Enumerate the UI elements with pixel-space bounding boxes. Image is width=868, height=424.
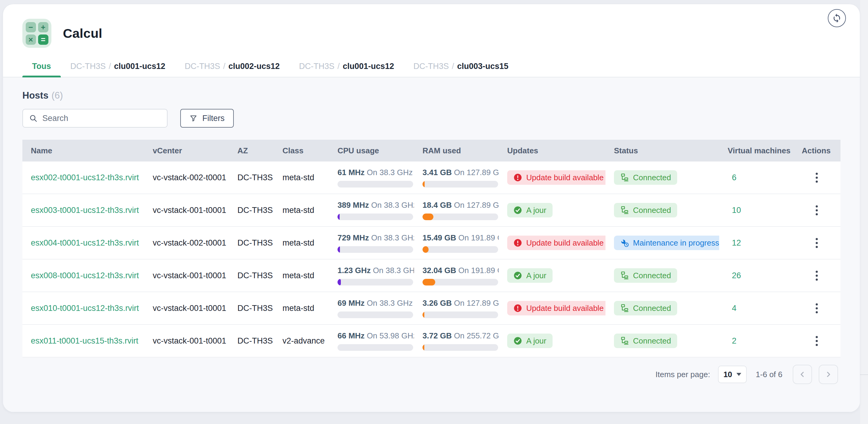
- az-cell: DC-TH3S: [229, 206, 274, 215]
- vm-count-link[interactable]: 26: [728, 271, 741, 280]
- row-actions-menu-button[interactable]: [813, 333, 821, 349]
- class-cell: meta-std: [274, 173, 329, 182]
- column-header-cpu: CPU usage: [329, 146, 414, 155]
- class-cell: v2-advance: [274, 336, 329, 346]
- ram-used: 3.72 GB: [423, 331, 452, 340]
- row-actions-menu-button[interactable]: [813, 300, 821, 316]
- search-box: [22, 109, 167, 128]
- tab-cluster-name: clu002-ucs12: [228, 62, 280, 71]
- column-header-class: Class: [274, 146, 329, 155]
- ram-total: On 127.89 GB: [454, 299, 499, 308]
- tab-clu001-ucs12-b[interactable]: DC-TH3S / clu001-ucs12: [289, 56, 404, 77]
- chevron-left-icon: [798, 370, 807, 378]
- az-cell: DC-TH3S: [229, 336, 274, 346]
- class-cell: meta-std: [274, 271, 329, 280]
- equals-tile-icon: =: [38, 34, 49, 45]
- az-cell: DC-TH3S: [229, 271, 274, 280]
- cpu-used: 69 MHz: [338, 299, 365, 308]
- connection-status-label: Connected: [633, 173, 671, 182]
- tab-label: Tous: [32, 62, 51, 71]
- column-header-az: AZ: [229, 146, 274, 155]
- row-actions-menu-button[interactable]: [813, 170, 821, 186]
- check-circle-icon: [513, 271, 522, 280]
- next-page-button[interactable]: [819, 365, 838, 384]
- vm-count-link[interactable]: 10: [728, 206, 741, 215]
- tab-dc-prefix: DC-TH3S: [413, 62, 449, 71]
- tab-clu002-ucs12[interactable]: DC-TH3S / clu002-ucs12: [175, 56, 289, 77]
- connection-status-badge: Connected: [614, 203, 677, 217]
- cpu-usage-cell: 1.23 GHz On 38.3 GHz: [329, 266, 414, 285]
- ram-used: 18.4 GB: [423, 201, 452, 210]
- ram-used-cell: 15.49 GB On 191.89 GB: [414, 233, 499, 253]
- cpu-progress-fill: [338, 213, 340, 220]
- previous-page-button[interactable]: [793, 365, 812, 384]
- filter-funnel-icon: [189, 114, 197, 122]
- maintenance-status-label: Maintenance in progress: [633, 238, 719, 248]
- host-link[interactable]: esx004-t0001-ucs12-th3s.rvirt: [31, 238, 139, 247]
- vm-count-link[interactable]: 2: [728, 336, 737, 346]
- plus-tile-icon: +: [38, 22, 49, 32]
- ram-total: On 191.89 GB: [459, 266, 499, 275]
- vm-count-link[interactable]: 12: [728, 238, 741, 248]
- table-row: esx011-t0001-ucs15-th3s.rvirt vc-vstack-…: [22, 325, 840, 358]
- ram-used-cell: 3.41 GB On 127.89 GB: [414, 168, 499, 187]
- connected-hosts-icon: [620, 271, 629, 280]
- cpu-used: 61 MHz: [338, 168, 365, 177]
- column-header-actions: Actions: [793, 146, 840, 155]
- host-link[interactable]: esx002-t0001-ucs12-th3s.rvirt: [31, 173, 139, 182]
- cpu-progress-fill: [338, 279, 341, 285]
- cpu-total: On 38.3 GHz: [367, 299, 413, 308]
- row-actions-menu-button[interactable]: [813, 268, 821, 284]
- cpu-usage-cell: 389 MHz On 38.3 GHz: [329, 201, 414, 220]
- column-header-vcenter: vCenter: [144, 146, 229, 155]
- chevron-right-icon: [824, 370, 833, 378]
- host-link[interactable]: esx008-t0001-ucs12-th3s.rvirt: [31, 271, 139, 280]
- page-size-value: 10: [723, 370, 732, 379]
- host-link[interactable]: esx003-t0001-ucs12-th3s.rvirt: [31, 206, 139, 215]
- row-actions-menu-button[interactable]: [813, 235, 821, 251]
- connection-status-label: Connected: [633, 304, 671, 313]
- refresh-button[interactable]: [828, 9, 846, 27]
- ram-used: 3.41 GB: [423, 168, 452, 177]
- tab-separator: /: [452, 62, 454, 71]
- host-link[interactable]: esx010-t0001-ucs12-th3s.rvirt: [31, 304, 139, 313]
- cpu-usage-cell: 66 MHz On 53.98 GHz: [329, 331, 414, 351]
- class-cell: meta-std: [274, 206, 329, 215]
- update-status-label: Update build available: [526, 238, 604, 248]
- check-circle-icon: [513, 206, 522, 215]
- tab-separator: /: [109, 62, 111, 71]
- table-row: esx003-t0001-ucs12-th3s.rvirt vc-vstack-…: [22, 194, 840, 227]
- cpu-used: 729 MHz: [338, 233, 369, 242]
- az-cell: DC-TH3S: [229, 304, 274, 313]
- tab-clu001-ucs12[interactable]: DC-TH3S / clu001-ucs12: [61, 56, 175, 77]
- update-status-badge: Update build available: [507, 236, 606, 250]
- panel-header: − + × = Calcul: [3, 4, 860, 48]
- compute-panel: − + × = Calcul Tous DC-TH3S / clu001-ucs…: [3, 4, 860, 412]
- ram-used-cell: 3.72 GB On 255.72 GB: [414, 331, 499, 351]
- connected-hosts-icon: [620, 336, 629, 345]
- cpu-total: On 38.3 GHz: [371, 233, 414, 242]
- tab-clu003-ucs15[interactable]: DC-TH3S / clu003-ucs15: [404, 56, 518, 77]
- hosts-table: Name vCenter AZ Class CPU usage RAM used…: [22, 140, 840, 358]
- host-link[interactable]: esx011-t0001-ucs15-th3s.rvirt: [31, 336, 138, 345]
- ram-used: 3.26 GB: [423, 299, 452, 308]
- page-size-select[interactable]: 10: [718, 366, 747, 383]
- row-actions-menu-button[interactable]: [813, 202, 821, 218]
- connected-hosts-icon: [620, 206, 629, 215]
- cpu-usage-cell: 69 MHz On 38.3 GHz: [329, 299, 414, 318]
- ram-progress-bar: [423, 311, 498, 318]
- class-cell: meta-std: [274, 238, 329, 248]
- cpu-progress-fill: [338, 246, 340, 253]
- hosts-count: (6): [52, 90, 63, 101]
- ram-progress-bar: [423, 246, 498, 253]
- update-status-label: Update build available: [526, 173, 604, 182]
- tab-tous[interactable]: Tous: [22, 56, 61, 77]
- vm-count-link[interactable]: 6: [728, 173, 737, 182]
- vm-count-link[interactable]: 4: [728, 304, 737, 313]
- ram-total: On 127.89 GB: [454, 168, 499, 177]
- alert-circle-icon: [513, 173, 522, 182]
- filters-button[interactable]: Filters: [180, 109, 234, 128]
- column-header-vms: Virtual machines: [719, 146, 793, 155]
- hosts-heading: Hosts: [22, 90, 49, 101]
- search-input[interactable]: [42, 114, 161, 123]
